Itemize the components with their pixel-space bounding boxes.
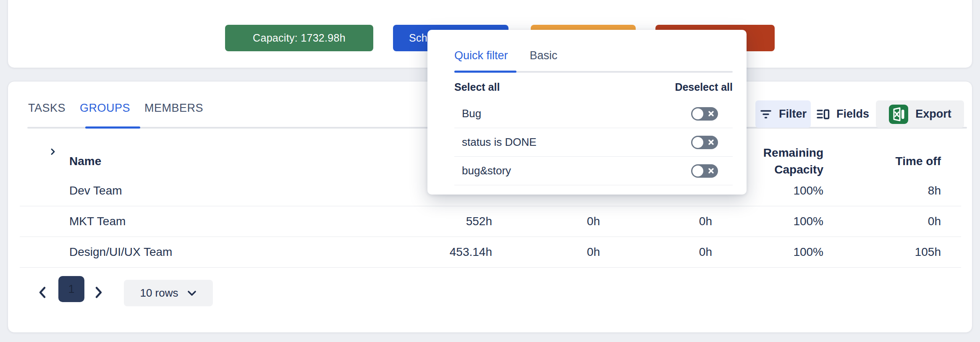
popup-active-tab-indicator: [454, 71, 516, 73]
cell-timeoff: 105h: [823, 245, 961, 259]
deselect-all-link[interactable]: Deselect all: [675, 81, 733, 93]
quick-filter-label: Bug: [462, 107, 481, 120]
rows-per-page-select[interactable]: 10 rows: [124, 280, 213, 306]
table-row[interactable]: MKT Team 552h 0h 0h 100% 0h: [20, 206, 961, 237]
export-button[interactable]: Export: [876, 100, 964, 128]
table-row[interactable]: Design/UI/UX Team 453.14h 0h 0h 100% 105…: [20, 237, 961, 268]
tab-basic[interactable]: Basic: [530, 49, 558, 62]
fields-button-label: Fields: [836, 108, 869, 121]
chevron-down-icon: [187, 290, 197, 297]
cell-3: 0h: [600, 215, 712, 228]
current-page-button[interactable]: 1: [58, 276, 84, 302]
quick-filter-label: status is DONE: [462, 136, 537, 149]
cell-capacity: 453.14h: [319, 245, 492, 259]
filter-popup-tabs: Quick filter Basic: [454, 49, 558, 62]
chevron-right-icon: [93, 285, 104, 300]
excel-icon: [888, 104, 909, 124]
quick-filter-label: bug&story: [462, 164, 511, 177]
view-tabs: TASKS GROUPS MEMBERS: [28, 102, 203, 126]
next-page-button[interactable]: [90, 283, 107, 302]
capacity-button[interactable]: Capacity: 1732.98h: [225, 25, 373, 51]
chevron-left-icon: [37, 285, 48, 300]
tab-quick-filter[interactable]: Quick filter: [454, 49, 508, 62]
filter-button-label: Filter: [779, 108, 807, 121]
group-name[interactable]: Dev Team: [20, 184, 319, 197]
quick-filter-item: bug&story: [454, 157, 733, 185]
column-header-time-off[interactable]: Time off: [823, 155, 961, 168]
quick-filter-toggle[interactable]: [691, 164, 718, 178]
cell-2: 0h: [492, 245, 600, 259]
cell-timeoff: 0h: [823, 215, 961, 228]
fields-button[interactable]: Fields: [812, 100, 873, 128]
tab-tasks[interactable]: TASKS: [28, 102, 66, 126]
fields-icon: [816, 108, 830, 120]
cell-3: 0h: [600, 245, 712, 259]
filter-button[interactable]: Filter: [755, 100, 811, 128]
cell-remaining: 100%: [712, 245, 823, 259]
group-name[interactable]: MKT Team: [20, 215, 319, 228]
export-button-label: Export: [915, 108, 951, 121]
quick-filter-item: Bug: [454, 100, 733, 128]
toggle-knob: [692, 166, 703, 176]
active-tab-indicator: [85, 126, 140, 129]
quick-filter-toggle[interactable]: [691, 136, 718, 149]
cell-capacity: 552h: [319, 215, 492, 228]
quick-filter-toggle[interactable]: [691, 107, 718, 121]
cell-remaining: 100%: [712, 215, 823, 228]
tab-groups[interactable]: GROUPS: [80, 102, 130, 126]
column-header-name[interactable]: Name: [20, 155, 319, 168]
quick-filter-item: status is DONE: [454, 128, 733, 157]
previous-page-button[interactable]: [34, 283, 51, 302]
tab-members[interactable]: MEMBERS: [144, 102, 203, 126]
group-name[interactable]: Design/UI/UX Team: [20, 245, 319, 259]
toggle-knob: [692, 137, 703, 148]
toggle-knob: [692, 108, 703, 119]
toggle-off-x-icon: [708, 168, 714, 174]
filter-popup: Quick filter Basic Select all Deselect a…: [427, 30, 747, 195]
cell-timeoff: 8h: [823, 184, 961, 197]
toggle-off-x-icon: [708, 110, 714, 117]
rows-per-page-value: 10 rows: [140, 287, 178, 300]
select-all-link[interactable]: Select all: [454, 81, 500, 93]
filter-icon: [760, 109, 772, 120]
toggle-off-x-icon: [708, 139, 714, 145]
cell-2: 0h: [492, 215, 600, 228]
